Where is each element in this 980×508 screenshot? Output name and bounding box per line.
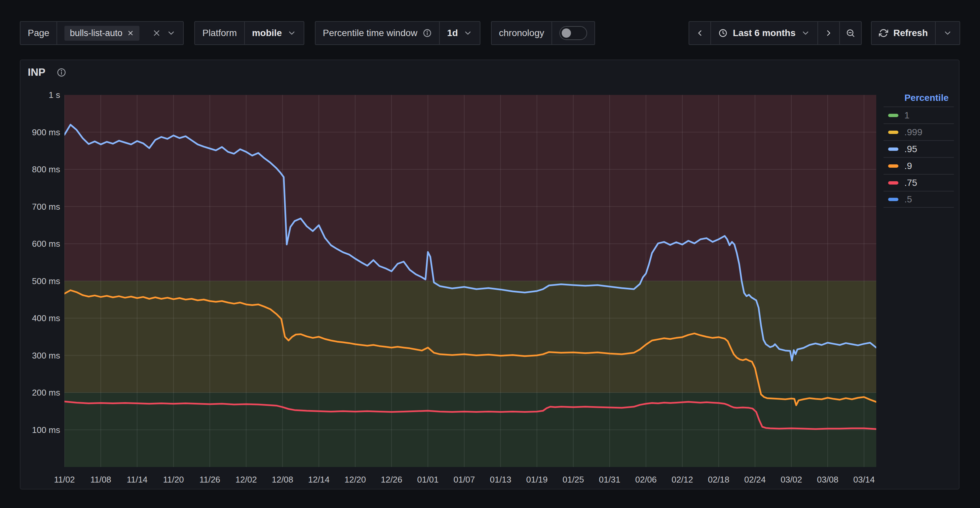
toggle-track[interactable]: [559, 26, 587, 40]
refresh-group: Refresh: [871, 21, 960, 45]
x-tick-label: 11/14: [127, 473, 147, 486]
chevron-down-icon: [943, 29, 952, 38]
refresh-label: Refresh: [893, 28, 928, 38]
chronology-group: chronology: [491, 21, 595, 45]
panel-info-icon[interactable]: [57, 67, 67, 77]
legend-row-.95[interactable]: .95: [883, 140, 954, 157]
page-filter-tag-label: bulls-list-auto: [70, 28, 122, 38]
platform-filter-label: Platform: [195, 22, 244, 44]
y-tick-label: 700 ms: [32, 201, 60, 212]
x-tick-label: 02/06: [635, 473, 657, 486]
legend-label: .95: [904, 144, 917, 155]
legend-label: 1: [904, 110, 910, 121]
x-tick-label: 12/26: [381, 473, 402, 486]
x-tick-label: 12/20: [344, 473, 366, 486]
percentile-window-select[interactable]: 1d: [439, 22, 480, 44]
x-axis: 11/0211/0811/1411/2011/2612/0212/0812/14…: [64, 473, 876, 486]
chevron-down-icon[interactable]: [167, 29, 176, 38]
platform-select[interactable]: mobile: [244, 22, 304, 44]
page-filter-label: Page: [21, 22, 57, 44]
time-range-picker[interactable]: Last 6 months: [710, 22, 818, 44]
legend-swatch: [888, 181, 898, 185]
percentile-window-label: Percentile time window: [315, 22, 439, 44]
panel-title-text: INP: [28, 66, 45, 78]
x-tick-label: 11/08: [90, 473, 111, 486]
x-tick-label: 11/26: [199, 473, 220, 486]
time-back-button[interactable]: [689, 22, 710, 44]
refresh-icon: [879, 29, 888, 38]
time-picker-group: Last 6 months: [689, 21, 862, 45]
refresh-interval-dropdown[interactable]: [935, 22, 959, 44]
x-tick-label: 01/25: [562, 473, 584, 486]
y-tick-label: 200 ms: [32, 388, 60, 398]
x-tick-label: 01/07: [453, 473, 475, 486]
x-tick-label: 03/14: [853, 473, 875, 486]
legend-row-.999[interactable]: .999: [883, 123, 954, 140]
legend-label: .999: [904, 127, 923, 137]
x-tick-label: 11/02: [54, 473, 75, 486]
x-tick-label: 02/18: [708, 473, 729, 486]
time-range-label: Last 6 months: [733, 28, 795, 38]
chevron-left-icon: [695, 29, 705, 38]
legend-title[interactable]: Percentile: [883, 89, 954, 107]
x-tick-label: 03/02: [780, 473, 802, 486]
plot-area[interactable]: [64, 95, 876, 467]
legend-row-.9[interactable]: .9: [883, 157, 954, 174]
legend-swatch: [888, 131, 898, 134]
chevron-right-icon: [824, 29, 833, 38]
page-filter-value[interactable]: bulls-list-auto: [57, 22, 183, 44]
chevron-down-icon: [287, 29, 296, 38]
x-tick-label: 03/08: [817, 473, 838, 486]
threshold-band: [64, 281, 876, 393]
legend-label: .5: [904, 194, 912, 205]
toggle-knob: [562, 29, 571, 38]
zoom-out-icon: [846, 29, 855, 38]
y-tick-label: 900 ms: [32, 127, 60, 137]
legend-swatch: [888, 198, 898, 201]
filter-cluster: Page bulls-list-auto Platform mobile Per…: [20, 21, 595, 45]
chevron-down-icon: [463, 29, 473, 38]
x-tick-label: 02/12: [671, 473, 693, 486]
y-tick-label: 100 ms: [32, 425, 60, 435]
inp-chart[interactable]: [64, 95, 876, 467]
chevron-down-icon: [801, 29, 810, 38]
chronology-toggle[interactable]: [552, 22, 594, 44]
percentile-window-group: Percentile time window 1d: [315, 21, 480, 45]
legend-swatch: [888, 147, 898, 151]
page-filter-group: Page bulls-list-auto: [20, 21, 184, 45]
y-axis: 1 s900 ms800 ms700 ms600 ms500 ms400 ms3…: [21, 95, 60, 467]
info-icon[interactable]: [423, 29, 432, 38]
time-forward-button[interactable]: [818, 22, 839, 44]
chronology-label: chronology: [492, 22, 552, 44]
legend-label: .9: [904, 161, 912, 171]
x-tick-label: 12/08: [272, 473, 293, 486]
threshold-band: [64, 95, 876, 281]
legend-swatch: [888, 114, 898, 117]
x-tick-label: 12/14: [308, 473, 329, 486]
y-tick-label: 400 ms: [32, 313, 60, 323]
legend-row-.5[interactable]: .5: [883, 191, 954, 208]
legend-label: .75: [904, 177, 917, 188]
page-filter-tag[interactable]: bulls-list-auto: [64, 26, 140, 41]
percentile-window-value: 1d: [447, 28, 458, 38]
time-cluster: Last 6 months Refresh: [689, 21, 960, 45]
refresh-button[interactable]: Refresh: [872, 22, 935, 44]
legend-swatch: [888, 165, 898, 168]
x-tick-label: 01/01: [417, 473, 439, 486]
x-tick-label: 01/19: [526, 473, 547, 486]
legend-row-.75[interactable]: .75: [883, 174, 954, 191]
y-tick-label: 300 ms: [32, 350, 60, 361]
x-tick-label: 12/02: [235, 473, 257, 486]
y-tick-label: 600 ms: [32, 239, 60, 249]
zoom-out-button[interactable]: [839, 22, 861, 44]
x-tick-label: 01/31: [599, 473, 620, 486]
x-tick-label: 11/20: [163, 473, 184, 486]
page-filter-clear-icon[interactable]: [152, 29, 161, 38]
y-tick-label: 500 ms: [32, 276, 60, 286]
legend-row-1[interactable]: 1: [883, 107, 954, 123]
x-tick-label: 02/24: [744, 473, 765, 486]
tag-remove-icon[interactable]: [127, 29, 134, 37]
legend: Percentile 1.999.95.9.75.5: [883, 89, 954, 208]
inp-panel: INP 1 s900 ms800 ms700 ms600 ms500 ms400…: [20, 59, 959, 489]
clock-icon: [718, 29, 727, 38]
